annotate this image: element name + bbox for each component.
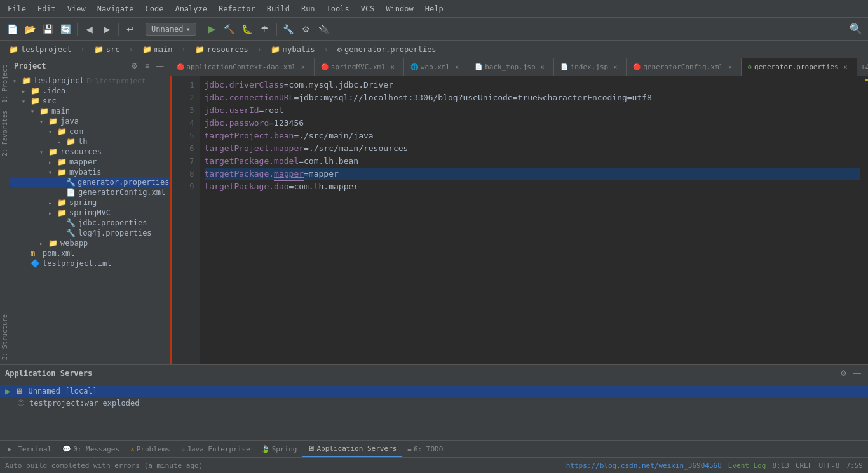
breadcrumb-generator-props[interactable]: ⚙ generator.properties	[331, 43, 443, 56]
tree-item-resources[interactable]: ▾ 📁 resources	[10, 147, 170, 157]
search-everywhere-btn[interactable]: 🔍	[848, 21, 864, 37]
server-item-unnamed[interactable]: ▶ 🖥 Unnamed [local]	[0, 385, 868, 397]
favorites-tool-btn[interactable]: 2: Favorites	[0, 107, 10, 160]
sync-btn[interactable]: 🔄	[57, 21, 74, 37]
save-all-btn[interactable]: 💾	[39, 21, 56, 37]
tree-item-testproject[interactable]: ▾ 📁 testproject D:\testproject	[10, 76, 170, 86]
status-message: Auto build completed with errors (a minu…	[5, 462, 566, 470]
tree-item-idea[interactable]: ▸ 📁 .idea	[10, 86, 170, 96]
menu-tools[interactable]: Tools	[322, 3, 355, 15]
breadcrumb-testproject[interactable]: 📁 testproject	[3, 43, 78, 56]
tab-todo[interactable]: ≡ 6: TODO	[402, 441, 448, 457]
tab-close-btn[interactable]: ×	[841, 63, 850, 72]
tab-close-btn[interactable]: ×	[299, 63, 308, 72]
tab-webxml[interactable]: 🌐 web.xml ×	[404, 58, 468, 76]
build-btn[interactable]: 🔨	[221, 21, 238, 37]
artifact-name: testproject:war exploded	[29, 399, 139, 408]
panel-settings-btn[interactable]: ⚙	[129, 60, 140, 72]
breadcrumb-resources[interactable]: 📁 resources	[189, 43, 255, 56]
tab-problems[interactable]: ⚠ Problems	[125, 441, 175, 457]
tab-generator-props[interactable]: ⚙ generator.properties ×	[742, 58, 857, 76]
encoding[interactable]: UTF-8	[818, 462, 839, 470]
event-log-btn[interactable]: Event Log	[728, 462, 766, 470]
tree-item-generator-properties[interactable]: ▸ 🔧 Application Servers generator.proper…	[10, 177, 170, 187]
menu-build[interactable]: Build	[262, 3, 295, 15]
tree-item-lh[interactable]: ▸ 📁 lh	[10, 137, 170, 147]
tab-application-servers[interactable]: 🖥 Application Servers	[302, 441, 402, 457]
menu-edit[interactable]: Edit	[32, 3, 61, 15]
tab-terminal[interactable]: ▶_ Terminal	[3, 441, 57, 457]
project-panel-title: Project	[14, 62, 126, 70]
menu-run[interactable]: Run	[296, 3, 320, 15]
tab-indexjsp[interactable]: 📄 index.jsp ×	[554, 58, 627, 76]
tab-generatorconfig[interactable]: 🔴 generatorConfig.xml ×	[627, 58, 742, 76]
breadcrumb-mybatis[interactable]: 📁 mybatis	[264, 43, 322, 56]
tree-item-pom[interactable]: ▸ m pom.xml	[10, 248, 170, 258]
menu-vcs[interactable]: VCS	[356, 3, 380, 15]
tree-item-mapper[interactable]: ▸ 📁 mapper	[10, 157, 170, 167]
tab-messages[interactable]: 💬 0: Messages	[57, 441, 125, 457]
tree-item-mybatis[interactable]: ▾ 📁 mybatis	[10, 167, 170, 177]
menu-help[interactable]: Help	[420, 3, 449, 15]
tab-more-btn[interactable]: +4	[857, 63, 868, 72]
debug-btn[interactable]: 🐛	[239, 21, 255, 37]
tree-item-java[interactable]: ▾ 📁 java	[10, 116, 170, 126]
settings-btn[interactable]: 🔧	[280, 21, 297, 37]
tab-close-btn[interactable]: ×	[388, 63, 397, 72]
forward-btn[interactable]: ▶	[98, 21, 115, 37]
project-tool-btn[interactable]: 1: Project	[0, 61, 10, 107]
tab-springmvc[interactable]: 🔴 springMVC.xml ×	[315, 58, 404, 76]
tree-item-generatorconfig[interactable]: ▸ 📄 generatorConfig.xml	[10, 187, 170, 197]
menu-file[interactable]: File	[3, 3, 31, 15]
tab-close-btn[interactable]: ×	[726, 63, 735, 72]
tree-label: pom.xml	[43, 249, 75, 258]
tab-backtop[interactable]: 📄 back_top.jsp ×	[468, 58, 553, 76]
panel-settings-gear[interactable]: ⚙	[837, 368, 849, 379]
breadcrumb-main[interactable]: 📁 main	[136, 43, 179, 56]
breadcrumb-src[interactable]: 📁 src	[88, 43, 126, 56]
new-file-btn[interactable]: 📄	[4, 21, 20, 37]
structure-tool-btn[interactable]: 3: Structure	[0, 310, 10, 364]
sdk-btn[interactable]: 🔌	[316, 21, 332, 37]
menu-view[interactable]: View	[62, 3, 91, 15]
tree-item-com[interactable]: ▾ 📁 com	[10, 126, 170, 137]
tree-item-springmvc[interactable]: ▸ 📁 springMVC	[10, 208, 170, 218]
tree-item-main[interactable]: ▾ 📁 main	[10, 106, 170, 116]
menu-window[interactable]: Window	[381, 3, 418, 15]
expand-arrow: ▸	[22, 260, 31, 267]
tree-item-jdbc-properties[interactable]: ▸ 🔧 jdbc.properties	[10, 218, 170, 228]
tree-item-webapp[interactable]: ▸ 📁 webapp	[10, 238, 170, 248]
tab-close-btn[interactable]: ×	[538, 63, 547, 72]
external-tool-btn[interactable]: ⚙	[298, 21, 315, 37]
tree-item-log4j-properties[interactable]: ▸ 🔧 log4j.properties	[10, 228, 170, 238]
run-btn[interactable]: ▶	[203, 21, 220, 37]
tree-label: java	[60, 117, 79, 126]
tab-close-btn[interactable]: ×	[452, 63, 461, 72]
run-server-btn[interactable]: ▶	[5, 386, 10, 396]
menu-analyze[interactable]: Analyze	[170, 3, 212, 15]
server-artifact[interactable]: ⓪ testproject:war exploded	[0, 397, 868, 409]
menu-navigate[interactable]: Navigate	[92, 3, 139, 15]
tree-item-spring[interactable]: ▸ 📁 spring	[10, 197, 170, 208]
panel-minimize-btn[interactable]: —	[851, 368, 863, 379]
tree-item-src[interactable]: ▾ 📁 src	[10, 96, 170, 106]
line-ending[interactable]: CRLF	[796, 462, 813, 470]
tab-spring[interactable]: 🍃 Spring	[256, 441, 302, 457]
folder-icon: 📁	[57, 208, 67, 217]
back-btn[interactable]: ◀	[81, 21, 97, 37]
event-log-link[interactable]: https://blog.csdn.net/weixin_36904568	[566, 462, 722, 470]
menu-refactor[interactable]: Refactor	[214, 3, 261, 15]
project-selector[interactable]: Unnamed ▾	[146, 23, 196, 36]
menu-code[interactable]: Code	[140, 3, 169, 15]
code-editor[interactable]: jdbc.driverClass=com.mysql.jdbc.Driver j…	[200, 76, 865, 364]
tab-close-btn[interactable]: ×	[611, 63, 620, 72]
tab-applicationcontext[interactable]: 🔴 applicationContext-dao.xml ×	[170, 58, 315, 76]
panel-gear-btn[interactable]: ≡	[142, 60, 153, 72]
tab-java-enterprise[interactable]: ☕ Java Enterprise	[176, 441, 255, 457]
open-btn[interactable]: 📂	[22, 21, 38, 37]
panel-close-btn[interactable]: —	[154, 60, 166, 72]
tree-item-iml[interactable]: ▸ 🔷 testproject.iml	[10, 258, 170, 269]
coverage-btn[interactable]: ☂	[257, 21, 273, 37]
undo-btn[interactable]: ↩	[122, 21, 139, 37]
expand-arrow: ▸	[48, 159, 57, 166]
